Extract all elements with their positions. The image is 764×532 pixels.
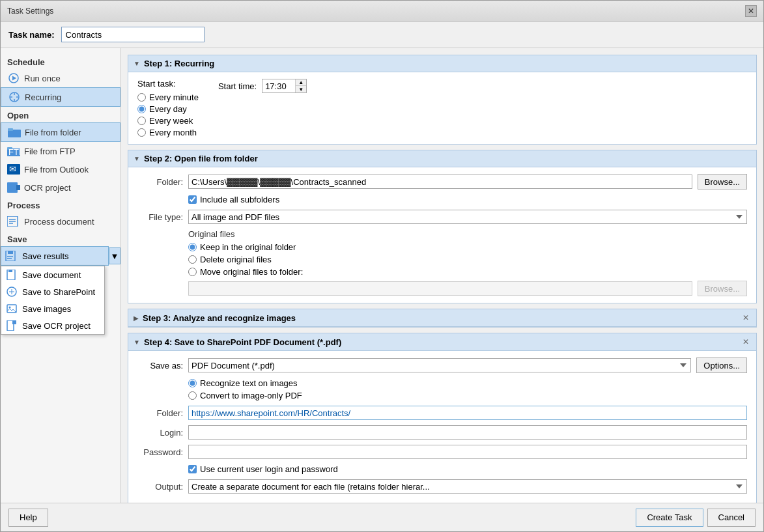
every-month-option[interactable]: Every month	[137, 128, 199, 137]
sp-folder-input[interactable]	[188, 406, 747, 420]
create-task-button[interactable]: Create Task	[636, 509, 703, 527]
delete-original-radio[interactable]	[188, 255, 197, 264]
every-month-radio[interactable]	[137, 128, 146, 137]
sidebar: Schedule Run once Recurring Open File	[1, 48, 121, 503]
recognize-text-option[interactable]: Recognize text on images	[188, 378, 747, 388]
time-down-btn[interactable]: ▼	[296, 86, 306, 92]
every-minute-radio[interactable]	[137, 93, 146, 102]
sidebar-item-label: File from FTP	[24, 147, 76, 156]
save-results-arrow[interactable]: ▼	[109, 247, 120, 264]
time-up-btn[interactable]: ▲	[296, 79, 306, 86]
dropdown-save-document[interactable]: Save document	[1, 266, 104, 283]
cancel-button[interactable]: Cancel	[707, 509, 756, 527]
output-select[interactable]: Create a separate document for each file…	[188, 479, 747, 494]
dropdown-save-ocr-project[interactable]: Save OCR project	[1, 317, 104, 334]
sidebar-item-file-from-folder[interactable]: File from folder	[1, 122, 120, 142]
dropdown-item-label: Save images	[22, 304, 71, 314]
move-folder-input[interactable]	[188, 281, 692, 296]
dropdown-save-to-sharepoint[interactable]: Save to SharePoint	[1, 283, 104, 300]
step1-header[interactable]: ▼ Step 1: Recurring	[128, 55, 756, 72]
step2-collapse-arrow: ▼	[134, 155, 140, 162]
close-button[interactable]: ✕	[745, 5, 757, 17]
step2-panel: ▼ Step 2: Open file from folder Folder: …	[128, 150, 757, 303]
process-icon	[7, 215, 20, 228]
folder-input[interactable]	[188, 175, 692, 189]
sidebar-item-recurring[interactable]: Recurring	[1, 87, 120, 107]
bottom-bar: Help Create Task Cancel	[1, 503, 763, 531]
every-day-radio[interactable]	[137, 105, 146, 113]
save-as-label: Save as:	[137, 361, 183, 371]
keep-original-option[interactable]: Keep in the original folder	[188, 242, 747, 252]
step1-panel: ▼ Step 1: Recurring Start task: Every mi…	[128, 55, 757, 145]
step4-collapse-arrow: ▼	[134, 339, 140, 346]
start-time-input[interactable]	[262, 79, 295, 92]
delete-original-label: Delete original files	[200, 255, 272, 264]
recognize-options: Recognize text on images Convert to imag…	[188, 378, 747, 400]
help-button[interactable]: Help	[8, 509, 48, 527]
every-day-option[interactable]: Every day	[137, 104, 199, 114]
svg-marker-26	[12, 320, 16, 324]
move-original-option[interactable]: Move original files to folder:	[188, 267, 747, 277]
task-name-input[interactable]	[61, 27, 205, 42]
file-type-select[interactable]: All image and PDF files	[188, 210, 747, 224]
save-dropdown-menu: Save document Save to SharePoint Save im…	[1, 266, 105, 335]
login-row: Login:	[137, 425, 747, 440]
file-type-row: File type: All image and PDF files	[137, 210, 747, 224]
step4-header[interactable]: ▼ Step 4: Save to SharePoint PDF Documen…	[128, 333, 756, 351]
sidebar-item-label: Recurring	[25, 92, 61, 102]
move-browse-btn: Browse...	[698, 281, 747, 296]
outlook-icon: ✉	[7, 163, 20, 176]
save-as-select[interactable]: PDF Document (*.pdf)	[188, 358, 691, 372]
step1-left: Start task: Every minute Every day	[137, 79, 199, 137]
sidebar-item-run-once[interactable]: Run once	[1, 69, 120, 87]
sidebar-item-file-from-outlook[interactable]: ✉ File from Outlook	[1, 160, 120, 178]
save-results-label: Save results	[22, 251, 69, 261]
every-month-label: Every month	[149, 128, 197, 137]
ocr-icon	[7, 181, 20, 194]
svg-marker-11	[16, 185, 20, 190]
original-files-label: Original files	[188, 229, 747, 239]
include-subfolders-checkbox[interactable]	[188, 195, 197, 204]
every-week-radio[interactable]	[137, 117, 146, 125]
sp-folder-row: Folder:	[137, 406, 747, 420]
step3-title: Step 3: Analyze and recognize images	[143, 313, 296, 323]
start-task-label: Start task:	[137, 79, 199, 89]
step3-close-btn[interactable]: ✕	[741, 313, 751, 323]
start-time-label: Start time:	[218, 81, 257, 91]
step3-header[interactable]: ▶ Step 3: Analyze and recognize images ✕	[128, 309, 756, 327]
svg-point-24	[9, 307, 11, 309]
keep-original-label: Keep in the original folder	[200, 242, 296, 252]
sidebar-item-process-document[interactable]: Process document	[1, 212, 120, 231]
svg-rect-21	[8, 270, 12, 272]
every-week-option[interactable]: Every week	[137, 116, 199, 126]
password-input[interactable]	[188, 445, 747, 459]
sidebar-item-file-from-ftp[interactable]: FTP File from FTP	[1, 142, 120, 160]
include-subfolders-row[interactable]: Include all subfolders	[188, 195, 747, 204]
login-label: Login:	[137, 428, 183, 438]
keep-original-radio[interactable]	[188, 243, 197, 251]
use-current-user-label: Use current user login and password	[200, 464, 338, 474]
folder-browse-btn[interactable]: Browse...	[698, 174, 747, 189]
move-original-radio[interactable]	[188, 268, 197, 276]
recognize-text-radio[interactable]	[188, 379, 197, 387]
save-results-main[interactable]: Save results	[1, 246, 109, 266]
use-current-user-row[interactable]: Use current user login and password	[188, 464, 747, 474]
step1-collapse-arrow: ▼	[134, 60, 140, 67]
dropdown-save-images[interactable]: Save images	[1, 300, 104, 317]
step2-header[interactable]: ▼ Step 2: Open file from folder	[128, 150, 756, 167]
file-folder-icon	[8, 126, 21, 139]
run-once-icon	[7, 72, 20, 85]
convert-image-option[interactable]: Convert to image-only PDF	[188, 391, 747, 400]
dropdown-item-label: Save to SharePoint	[22, 287, 95, 297]
options-btn[interactable]: Options...	[696, 357, 747, 373]
convert-image-radio[interactable]	[188, 391, 197, 400]
delete-original-option[interactable]: Delete original files	[188, 255, 747, 264]
step4-close-btn[interactable]: ✕	[741, 337, 751, 347]
login-input[interactable]	[188, 425, 747, 440]
sidebar-item-ocr-project[interactable]: OCR project	[1, 178, 120, 197]
password-row: Password:	[137, 445, 747, 459]
every-minute-label: Every minute	[149, 92, 199, 102]
every-minute-option[interactable]: Every minute	[137, 92, 199, 102]
start-time-control: ▲ ▼	[262, 79, 307, 93]
use-current-user-checkbox[interactable]	[188, 465, 197, 473]
